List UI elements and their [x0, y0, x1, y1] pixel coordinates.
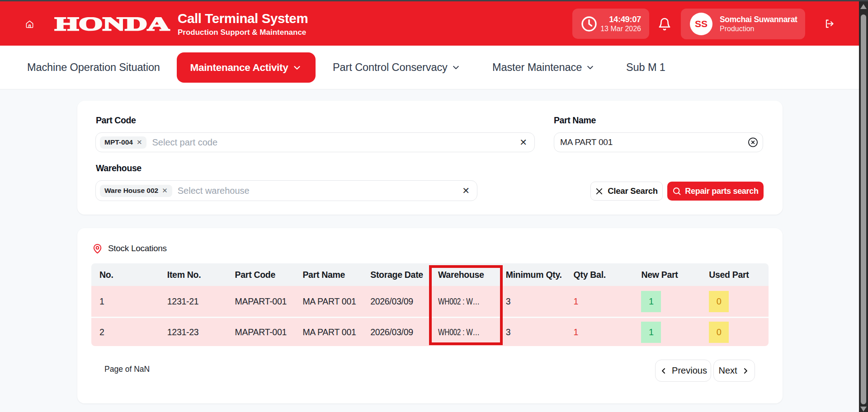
- svg-text:HONDA: HONDA: [55, 17, 170, 31]
